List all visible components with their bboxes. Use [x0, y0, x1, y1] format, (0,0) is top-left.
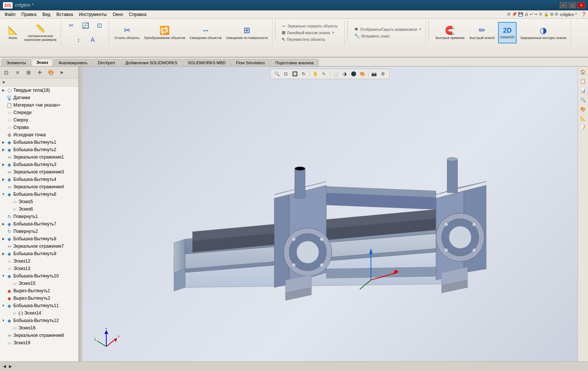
expand-boss1[interactable]: ▶	[1, 140, 6, 145]
help-question[interactable]: ❓	[581, 12, 587, 17]
menu-edit[interactable]: Правка	[19, 11, 40, 18]
tree-cut2[interactable]: ▶ ◆ Вырез-Вытянуть2	[0, 294, 78, 302]
smesh2-button[interactable]: ⊞ Смещение по поверхности	[224, 22, 269, 43]
view-orient-btn[interactable]: ⬜	[332, 70, 340, 78]
tree-boss3[interactable]: ▶ ◆ Бобышка-Вытянуть3	[0, 161, 78, 168]
instant2d-button[interactable]: 2D Instant2D	[498, 22, 517, 43]
zoom-in-btn[interactable]: 🔍	[273, 70, 281, 78]
rvt-chart-btn[interactable]: 📊	[579, 87, 587, 95]
tree-sketch15[interactable]: ▶ ▭ Эскиз15	[0, 280, 78, 287]
menu-window[interactable]: Окно	[110, 11, 126, 18]
tree-sketch12[interactable]: ▶ ▭ Эскиз12	[0, 257, 78, 265]
move-button[interactable]: ↖ Переместить объекты	[280, 36, 339, 42]
rvt-note-btn[interactable]: 📝	[579, 124, 587, 132]
tab-flow[interactable]: Flow Simulation	[231, 59, 270, 66]
tree-right[interactable]: ▶ ▭ Справа	[0, 124, 78, 131]
center-btn[interactable]: ✛	[35, 68, 45, 77]
rvt-home-btn[interactable]: 🏠	[579, 68, 587, 76]
offset-button[interactable]: ⊡	[93, 18, 106, 32]
scroll-right-btn[interactable]: ▶	[9, 364, 12, 369]
rvt-prop-btn[interactable]: 📋	[579, 77, 587, 85]
convert-button[interactable]: 🔄	[79, 18, 92, 32]
tree-cut1[interactable]: ▶ ◆ Вырез-Вытянуть1	[0, 287, 78, 294]
minimize-button[interactable]: ─	[560, 2, 567, 8]
menu-insert[interactable]: Вставка	[54, 11, 76, 18]
dropdown-arrow-1[interactable]: ▼	[332, 31, 335, 35]
tree-rotate1[interactable]: ▶ ↻ Повернуть1	[0, 213, 78, 220]
auto-dimension-button[interactable]: 📏 Автоматическоенанесение размеров	[22, 22, 58, 43]
sections-btn[interactable]: 📷	[370, 70, 378, 78]
tree-sketch6[interactable]: ▶ ▭ Эскиз6	[0, 205, 78, 213]
expand-boss2[interactable]: ▶	[1, 147, 6, 152]
tab-mbd[interactable]: SOLIDWORKS MBD	[183, 59, 230, 66]
tree-boss11[interactable]: ▼ ◆ Бобышка-Вытянуть11	[0, 302, 78, 309]
quick-snaps-button[interactable]: 🧲 Быстрые привязки	[434, 22, 466, 43]
tree-material[interactable]: ▶ 📋 Материал <не указан>	[0, 101, 78, 109]
offset2-button[interactable]: ↕	[72, 33, 85, 47]
tree-top[interactable]: ▶ ▭ Сверху	[0, 116, 78, 124]
fix-sketch-button[interactable]: 🔧 Исправить эскиз	[353, 33, 423, 39]
display-btn[interactable]: 🎨	[46, 68, 56, 77]
dropdown-arrow-2[interactable]: ▼	[419, 27, 422, 31]
shaded-button[interactable]: ◑ Закрашенные контуры эскиза	[518, 22, 568, 43]
text-button[interactable]: A	[86, 33, 99, 47]
select-btn[interactable]: ↖	[320, 70, 328, 78]
expand-arrow[interactable]: ▶	[57, 68, 67, 77]
zoom-area-btn[interactable]: 🔲	[291, 70, 299, 78]
menu-view[interactable]: Вид	[39, 11, 54, 18]
tab-dimxpert[interactable]: DimXpert	[93, 59, 120, 66]
tree-mirror3[interactable]: ▶ ⇔ Зеркальное отражение3	[0, 168, 78, 176]
tree-boss4[interactable]: ▶ ◆ Бобышка-Вытянуть4	[0, 176, 78, 183]
panel-resize-handle[interactable]: ⋮	[79, 66, 82, 361]
expand-boss11[interactable]: ▼	[1, 303, 6, 308]
menu-help[interactable]: Справка	[126, 11, 149, 18]
pan-btn[interactable]: ✋	[311, 70, 319, 78]
expand-boss9[interactable]: ▶	[1, 251, 6, 256]
featuretree-btn[interactable]: ⊡	[1, 68, 11, 77]
rvt-measure-btn[interactable]: 📐	[579, 114, 587, 123]
tree-mirror4[interactable]: ▶ ⇔ Зеркальное отражение4	[0, 183, 78, 191]
tree-sensors[interactable]: ▶ 📡 Датчики	[0, 94, 78, 101]
shadows-btn[interactable]: 🌑	[349, 70, 358, 78]
tree-sketch5[interactable]: ▶ ▭ Эскиз5	[0, 198, 78, 205]
tree-boss7[interactable]: ▶ ◆ Бобышка-Вытянуть7	[0, 220, 78, 228]
tree-mirror1[interactable]: ▶ ⇔ Зеркальное отражение1	[0, 153, 78, 161]
shaded-view-btn[interactable]: ◑	[340, 70, 349, 78]
tree-front[interactable]: ▶ ▭ Спереди	[0, 109, 78, 116]
rvt-search-btn[interactable]: 🔍	[579, 96, 587, 104]
cutout-button[interactable]: ✂ Отсечь объекты	[113, 22, 141, 43]
tree-sketch18[interactable]: ▶ ▭ Эскиз18	[0, 324, 78, 332]
expand-boss12[interactable]: ▼	[1, 318, 6, 323]
tree-boss9[interactable]: ▶ ◆ Бобышка-Вытянуть9	[0, 250, 78, 257]
trim-button[interactable]: ✂	[65, 18, 78, 32]
tab-addons[interactable]: Добавления SOLIDWORKS	[120, 59, 182, 66]
preobr-button[interactable]: 🔁 Преобразование объектов	[142, 22, 187, 43]
amb-occlusion-btn[interactable]: 🎨	[358, 70, 366, 78]
expand-solid-bodies[interactable]: ▶	[1, 88, 6, 93]
tree-mirror8[interactable]: ▶ ⇔ Зеркальное отражение8	[0, 332, 78, 339]
display-sketch-button[interactable]: 👁 Отобразить/Скрыть взаимосвязи ▼	[353, 26, 423, 32]
tree-origin[interactable]: ▶ ⊕ Исходная точка	[0, 131, 78, 139]
menu-tools[interactable]: Инструменты	[76, 11, 110, 18]
linear-pattern-button[interactable]: ⊞ Линейный массив эскиза ▼	[280, 30, 339, 36]
rotate-btn[interactable]: ↻	[300, 70, 308, 78]
quick-sketch-button[interactable]: ✏ Быстрый эскиз3	[468, 22, 496, 43]
properties-btn[interactable]: ≡	[13, 68, 22, 77]
tree-boss6[interactable]: ▼ ◆ Бобышка-Вытянуть6	[0, 191, 78, 198]
tab-prep[interactable]: Подготовка анализа	[271, 59, 319, 66]
tree-solid-bodies[interactable]: ▶ ⬡ Твердые тела(18)	[0, 87, 78, 94]
expand-boss7[interactable]: ▶	[1, 221, 6, 227]
tab-sketch[interactable]: Эскиз	[32, 59, 53, 66]
expand-boss3[interactable]: ▶	[1, 162, 6, 167]
expand-boss4[interactable]: ▶	[1, 177, 6, 182]
scroll-left-btn[interactable]: ◀	[3, 364, 6, 369]
expand-boss8[interactable]: ▶	[1, 236, 6, 241]
tree-boss10[interactable]: ▼ ◆ Бобышка-Вытянуть10	[0, 272, 78, 280]
smesh-button[interactable]: ↔ Смещение объектов	[188, 22, 223, 43]
tree-mirror7[interactable]: ▶ ⇔ Зеркальное отражение7	[0, 243, 78, 250]
rvt-color-btn[interactable]: 🎨	[579, 105, 587, 113]
tree-sketch14[interactable]: ▶ ▭ (-) Эскиз14	[0, 309, 78, 317]
smart-dimension-button[interactable]: 📐 Эскиз	[4, 22, 22, 43]
3d-viewport[interactable]: 🔍 ⊡ 🔲 ↻ ✋ ↖ ⬜ ◑ 🌑 🎨 📷 ⚙	[82, 66, 578, 361]
tree-sketch13[interactable]: ▶ ▭ Эскиз13	[0, 265, 78, 272]
